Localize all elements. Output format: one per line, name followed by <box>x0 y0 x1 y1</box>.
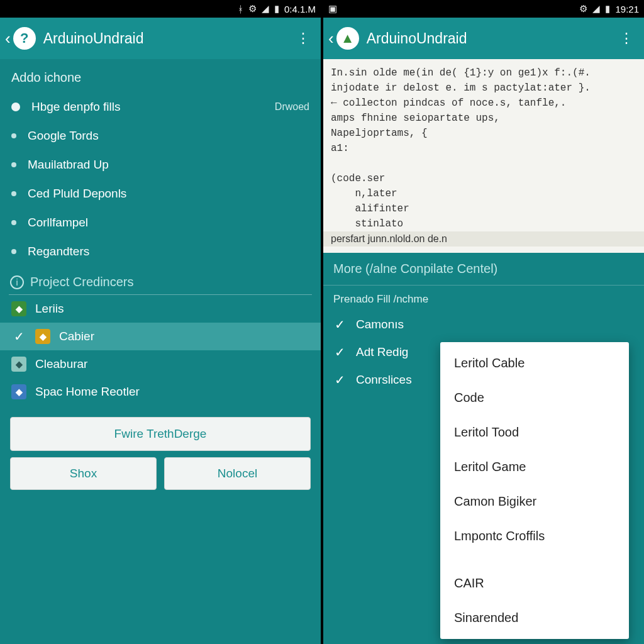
checklist-label: Adt Redig <box>356 345 408 359</box>
menu-separator <box>440 553 629 566</box>
back-icon[interactable]: ‹ <box>5 29 11 48</box>
menu-item-tail: Drwoed <box>275 101 309 113</box>
menu-item[interactable]: Google Tords <box>0 121 321 150</box>
button-pair: Shox Nolocel <box>10 457 311 490</box>
checklist-item[interactable]: ✓Camonıs <box>323 311 644 338</box>
section-title: Addo ichone <box>0 59 321 92</box>
left-body: Addo ichone Hbge denpfo fillsDrwoedGoogl… <box>0 59 321 644</box>
status-time: 19:21 <box>615 4 639 14</box>
panel-heading[interactable]: More (/alne Conpilate Centel) <box>323 253 644 286</box>
menu-option[interactable]: CAIR <box>440 566 629 601</box>
left-button[interactable]: Shox <box>10 457 157 490</box>
status-time: 0:4.1.M <box>284 4 316 14</box>
app-logo[interactable]: ? <box>13 27 36 50</box>
app-logo[interactable]: ▲ <box>336 27 359 50</box>
file-type-icon: ◆ <box>11 357 26 372</box>
code-highlighted-line[interactable]: persfart junn.nlold.on de.n <box>323 231 644 247</box>
menu-option[interactable]: Leritol Tood <box>440 415 629 450</box>
menu-item[interactable]: Ced Pluld Deponls <box>0 179 321 208</box>
app-title: ArduinoUndraid <box>43 30 291 47</box>
screen-left: ᚼ ⚙ ◢ ▮ 0:4.1.M ‹ ? ArduinoUndraid ⋮ Add… <box>0 0 321 644</box>
panel-subheading: Prenado Fill /nchme <box>323 286 644 311</box>
app-bar: ‹ ▲ ArduinoUndraid ⋮ <box>323 18 644 59</box>
project-subhead: i Project Credincers <box>0 266 321 294</box>
code-editor[interactable]: In.sin olde me(in de( {1}:y on ge1)x f:.… <box>323 59 644 253</box>
menu-item[interactable]: Hbge denpfo fillsDrwoed <box>0 92 321 121</box>
check-icon: ✓ <box>335 345 348 360</box>
bluetooth-icon: ᚼ <box>238 4 243 14</box>
menu-item-label: Corllfampel <box>28 216 88 230</box>
gear-icon: ⚙ <box>248 3 257 14</box>
menu-option[interactable]: Leritol Game <box>440 450 629 484</box>
check-icon: ✓ <box>11 329 26 344</box>
bullet-icon <box>11 249 16 254</box>
app-bar: ‹ ? ArduinoUndraid ⋮ <box>0 18 321 59</box>
app-title: ArduinoUndraid <box>367 30 614 47</box>
menu-item-label: Regandters <box>28 245 89 258</box>
menu-item-label: Mauilatbrad Up <box>28 158 109 172</box>
info-icon: i <box>10 275 24 289</box>
primary-button-label: Fwire TrethDerge <box>114 427 207 441</box>
menu-item[interactable]: Corllfampel <box>0 208 321 237</box>
file-type-icon: ◆ <box>11 384 26 399</box>
signal-icon: ◢ <box>592 3 600 14</box>
menu-option[interactable]: Sinarended <box>440 601 629 635</box>
menu-item-label: Hbge denpfo fills <box>31 100 121 114</box>
signal-icon: ◢ <box>262 3 269 14</box>
gear-icon: ⚙ <box>579 3 587 14</box>
file-row[interactable]: ◆Spac Home Reotler <box>0 378 321 406</box>
window-icon: ▣ <box>328 3 337 14</box>
file-row[interactable]: ◆Leriis <box>0 295 321 323</box>
screen-right: ▣ ⚙ ◢ ▮ 19:21 ‹ ▲ ArduinoUndraid ⋮ In.si… <box>321 0 644 644</box>
file-type-icon: ◆ <box>35 329 50 344</box>
overflow-menu-icon[interactable]: ⋮ <box>614 31 639 45</box>
file-row[interactable]: ✓◆Cabier <box>0 323 321 350</box>
menu-option[interactable]: Lmpontc Croffils <box>440 519 629 553</box>
back-icon[interactable]: ‹ <box>328 29 334 48</box>
menu-item[interactable]: Mauilatbrad Up <box>0 150 321 179</box>
menu-option[interactable]: Leritol Cable <box>440 346 629 380</box>
primary-button[interactable]: Fwire TrethDerge <box>10 417 311 451</box>
menu-item[interactable]: Regandters <box>0 237 321 266</box>
project-subhead-label: Project Credincers <box>30 275 134 289</box>
bullet-icon <box>11 220 16 225</box>
check-icon: ✓ <box>335 372 348 387</box>
checklist-label: Camonıs <box>356 318 404 331</box>
check-icon: ✓ <box>335 317 348 332</box>
menu-item-label: Google Tords <box>28 129 99 143</box>
file-label: Spac Home Reotler <box>35 385 140 399</box>
status-bar: ▣ ⚙ ◢ ▮ 19:21 <box>323 0 644 18</box>
bullet-icon <box>11 103 20 111</box>
context-menu: Leritol CableCodeLeritol ToodLeritol Gam… <box>440 342 629 639</box>
file-type-icon: ◆ <box>11 301 26 316</box>
right-button-label: Nolocel <box>218 467 257 480</box>
menu-option[interactable]: Camon Bigiker <box>440 484 629 519</box>
status-bar: ᚼ ⚙ ◢ ▮ 0:4.1.M <box>0 0 321 18</box>
left-button-label: Shox <box>70 467 97 480</box>
file-label: Leriis <box>35 302 64 316</box>
file-label: Cleaburar <box>35 357 87 371</box>
checklist-label: Conrslices <box>356 373 412 387</box>
bullet-icon <box>11 133 16 138</box>
file-label: Cabier <box>59 330 94 343</box>
file-row[interactable]: ◆Cleaburar <box>0 350 321 378</box>
menu-item-label: Ced Pluld Deponls <box>28 187 126 201</box>
bullet-icon <box>11 191 16 196</box>
bullet-icon <box>11 162 16 167</box>
overflow-menu-icon[interactable]: ⋮ <box>291 31 316 45</box>
battery-icon: ▮ <box>605 3 610 14</box>
menu-option[interactable]: Code <box>440 380 629 415</box>
right-button[interactable]: Nolocel <box>164 457 311 490</box>
battery-icon: ▮ <box>274 3 279 14</box>
